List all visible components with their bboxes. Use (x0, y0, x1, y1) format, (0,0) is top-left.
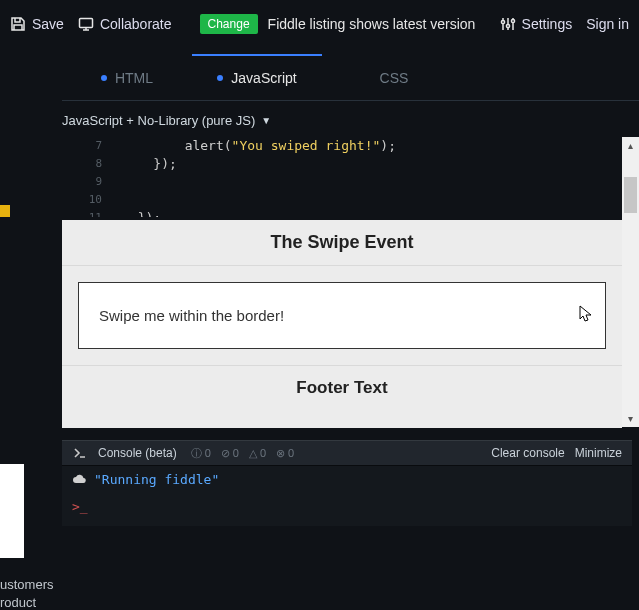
language-selector-label: JavaScript + No-Library (pure JS) (62, 113, 255, 128)
signin-button[interactable]: Sign in (586, 16, 629, 32)
change-badge: Change (200, 14, 258, 34)
line-number: 10 (62, 191, 114, 209)
language-selector[interactable]: JavaScript + No-Library (pure JS) ▼ (62, 113, 271, 128)
svg-rect-0 (79, 19, 92, 28)
tab-css[interactable]: CSS (322, 55, 452, 100)
notice-text: Fiddle listing shows latest version (268, 16, 476, 32)
error-icon: ⊗ (276, 447, 285, 460)
console-counters: ⓘ0 ⊘0 △0 ⊗0 (191, 446, 295, 461)
code-line (122, 173, 632, 191)
modified-dot-icon (101, 75, 107, 81)
top-toolbar: Save Collaborate Change Fiddle listing s… (0, 0, 639, 48)
line-number: 9 (62, 173, 114, 191)
info-counter: ⓘ0 (191, 446, 211, 461)
console-header: Console (beta) ⓘ0 ⊘0 △0 ⊗0 Clear console… (62, 440, 632, 466)
code-lines: alert("You swiped right!"); }); }); (122, 137, 632, 217)
toolbar-right-group: Settings Sign in (500, 16, 629, 32)
code-line: }); (122, 209, 632, 217)
svg-point-2 (506, 24, 509, 27)
save-icon (10, 16, 26, 32)
svg-point-1 (501, 20, 504, 23)
tab-label: CSS (380, 70, 409, 86)
modified-dot-icon (217, 75, 223, 81)
warning-badge (0, 205, 10, 217)
swipe-instruction: Swipe me within the border! (99, 307, 284, 324)
warn-icon: ⊘ (221, 447, 230, 460)
save-label: Save (32, 16, 64, 32)
editor-tabs: HTML JavaScript CSS (62, 55, 639, 101)
error-counter: ⊗0 (276, 447, 294, 460)
tab-javascript[interactable]: JavaScript (192, 55, 322, 100)
scroll-up-button[interactable]: ▴ (622, 137, 639, 154)
line-number: 8 (62, 155, 114, 173)
preview-header: The Swipe Event (62, 220, 622, 266)
settings-label: Settings (522, 16, 573, 32)
console-prompt[interactable]: >_ (72, 499, 622, 514)
console-line: "Running fiddle" (72, 472, 622, 487)
listing-notice[interactable]: Change Fiddle listing shows latest versi… (200, 14, 476, 34)
cropped-text-fragment: ustomers roduct (0, 576, 53, 610)
collaborate-button[interactable]: Collaborate (78, 16, 172, 32)
console-title: Console (beta) (98, 446, 177, 460)
caret-down-icon: ▼ (261, 115, 271, 126)
line-number: 7 (62, 137, 114, 155)
minimize-console-button[interactable]: Minimize (575, 446, 622, 460)
cloud-icon (72, 472, 86, 487)
code-editor[interactable]: 7 8 9 10 11 alert("You swiped right!"); … (62, 137, 632, 217)
tab-html[interactable]: HTML (62, 55, 192, 100)
sliders-icon (500, 16, 516, 32)
svg-point-3 (511, 19, 514, 22)
save-button[interactable]: Save (10, 16, 64, 32)
swipe-area[interactable]: Swipe me within the border! (78, 282, 606, 349)
code-line: }); (122, 155, 632, 173)
console-prompt-icon (72, 445, 88, 461)
scroll-down-button[interactable]: ▾ (622, 410, 639, 427)
cloud-counter: △0 (249, 447, 266, 460)
text-fragment: roduct (0, 594, 53, 610)
toolbar-left-group: Save Collaborate (10, 16, 172, 32)
signin-label: Sign in (586, 16, 629, 32)
scrollbar-thumb[interactable] (624, 177, 637, 213)
mouse-cursor-icon (579, 305, 593, 323)
collaborate-label: Collaborate (100, 16, 172, 32)
tab-label: HTML (115, 70, 153, 86)
console-output[interactable]: "Running fiddle" >_ (62, 466, 632, 526)
line-gutter: 7 8 9 10 11 (62, 137, 114, 217)
result-preview: The Swipe Event Swipe me within the bord… (62, 220, 622, 428)
cloud-icon: △ (249, 447, 257, 460)
clear-console-button[interactable]: Clear console (491, 446, 564, 460)
tab-label: JavaScript (231, 70, 296, 86)
code-line: alert("You swiped right!"); (122, 137, 632, 155)
warn-counter: ⊘0 (221, 447, 239, 460)
console-message: "Running fiddle" (94, 472, 219, 487)
info-icon: ⓘ (191, 446, 202, 461)
vertical-scrollbar[interactable]: ▴ ▾ (622, 137, 639, 427)
text-fragment: ustomers (0, 576, 53, 594)
preview-footer: Footer Text (62, 365, 622, 409)
collaborate-icon (78, 16, 94, 32)
line-number: 11 (62, 209, 114, 217)
code-line (122, 191, 632, 209)
settings-button[interactable]: Settings (500, 16, 573, 32)
left-panel-fragment (0, 464, 24, 558)
